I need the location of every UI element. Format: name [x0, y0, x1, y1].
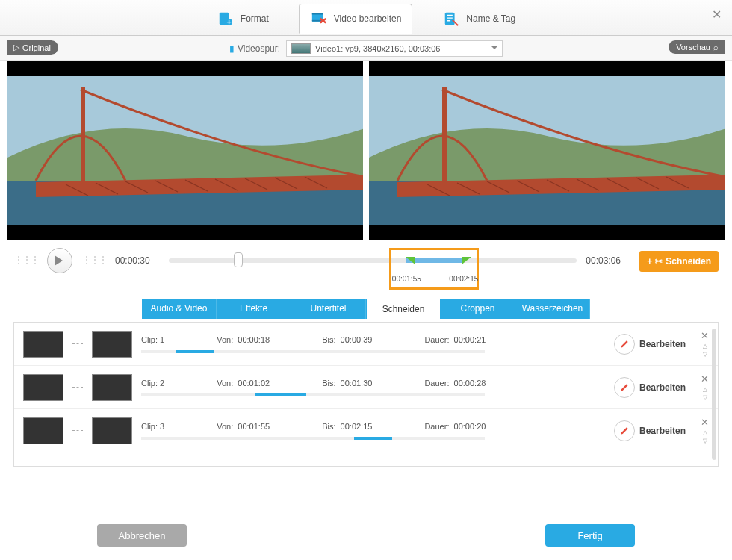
timeline: ⋮⋮⋮ ⋮⋮⋮ 00:00:30 00:01:55 00:02:15 00:03…: [0, 240, 732, 297]
bridge-render: [7, 61, 363, 240]
timeline-track[interactable]: 00:01:55 00:02:15: [169, 258, 577, 263]
cancel-button[interactable]: Abbrechen: [97, 524, 187, 547]
in-marker[interactable]: [406, 257, 415, 266]
original-preview: [7, 61, 363, 240]
dash-icon: [72, 430, 83, 431]
remove-clip-icon[interactable]: ✕: [701, 417, 709, 428]
cut-button[interactable]: + ✂ Schneiden: [639, 251, 719, 272]
format-icon: [217, 10, 235, 27]
search-icon: ⌕: [713, 43, 719, 52]
chevron-down-icon: [491, 46, 497, 52]
svg-point-6: [320, 21, 322, 23]
clip-list: Clip: 1Von: 00:00:18Bis: 00:00:39Dauer: …: [13, 322, 719, 467]
film-icon: ▮: [229, 43, 235, 54]
svg-point-5: [320, 18, 322, 20]
clip-thumb-in: [23, 417, 63, 444]
move-up-icon[interactable]: △: [703, 429, 707, 436]
clip-info: Clip: 2Von: 00:01:02Bis: 00:01:30Dauer: …: [141, 379, 605, 396]
subtab-wasserzeichen[interactable]: Wasserzeichen: [515, 299, 590, 319]
preview-badge[interactable]: Vorschau ⌕: [669, 40, 725, 54]
clip-row-controls: ✕△▽: [701, 373, 709, 401]
selection-highlight: [389, 248, 479, 290]
edited-preview: [369, 61, 725, 240]
track-selector-row: ▷ Original ▮ Videospur: Video1: vp9, 384…: [0, 36, 732, 61]
clip-thumb-out: [92, 417, 132, 444]
grip-right-icon[interactable]: ⋮⋮⋮: [81, 254, 106, 266]
preview-area: [0, 61, 732, 240]
bridge-render: [369, 61, 725, 240]
edit-clip-button[interactable]: Bearbeiten: [614, 334, 686, 355]
subtab-effekte[interactable]: Effekte: [217, 299, 291, 319]
svg-rect-7: [445, 12, 455, 25]
scissors-icon: ✂: [655, 256, 663, 267]
remove-clip-icon[interactable]: ✕: [701, 373, 709, 385]
subtab-schneiden[interactable]: Schneiden: [366, 299, 441, 319]
edit-clip-button[interactable]: Bearbeiten: [614, 377, 686, 398]
clip-thumb-out: [92, 374, 132, 401]
header-tab-tag[interactable]: Name & Tag: [432, 4, 526, 33]
scrollbar[interactable]: [712, 329, 716, 460]
clip-row: Clip: 3Von: 00:01:55Bis: 00:02:15Dauer: …: [14, 409, 718, 452]
subtab-untertitel[interactable]: Untertitel: [291, 299, 366, 319]
edit-clip-button[interactable]: Bearbeiten: [614, 420, 686, 441]
track-label: Videospur:: [238, 43, 280, 54]
clip-bar[interactable]: [141, 393, 485, 396]
clip-bar[interactable]: [141, 437, 485, 440]
pencil-icon: [619, 382, 630, 393]
grip-left-icon[interactable]: ⋮⋮⋮: [13, 254, 38, 266]
clip-row-controls: ✕△▽: [701, 330, 709, 358]
track-thumb: [291, 43, 311, 54]
edit-subtabs: Audio & VideoEffekteUntertitelSchneidenC…: [0, 299, 732, 319]
footer: Abbrechen Fertig: [0, 524, 732, 547]
play-icon: ▷: [13, 43, 19, 52]
clip-bar[interactable]: [141, 350, 485, 353]
done-button[interactable]: Fertig: [545, 524, 635, 547]
playhead[interactable]: [234, 252, 243, 267]
original-badge[interactable]: ▷ Original: [7, 40, 58, 55]
remove-clip-icon[interactable]: ✕: [701, 330, 709, 341]
clip-row: Clip: 1Von: 00:00:18Bis: 00:00:39Dauer: …: [14, 323, 718, 366]
clip-info: Clip: 3Von: 00:01:55Bis: 00:02:15Dauer: …: [141, 422, 605, 440]
dash-icon: [72, 387, 83, 388]
current-time: 00:00:30: [115, 255, 160, 266]
header-tabs-bar: FormatVideo bearbeitenName & Tag ✕: [0, 0, 732, 36]
close-icon[interactable]: ✕: [712, 7, 722, 22]
pencil-icon: [619, 426, 630, 436]
edit-video-icon: [310, 10, 328, 27]
clip-info: Clip: 1Von: 00:00:18Bis: 00:00:39Dauer: …: [141, 335, 605, 353]
tag-icon: [442, 10, 460, 27]
out-marker[interactable]: [462, 257, 471, 266]
subtab-audiovideo[interactable]: Audio & Video: [142, 299, 217, 319]
out-time: 00:02:15: [449, 275, 478, 283]
header-tab-format[interactable]: Format: [206, 4, 279, 33]
play-icon: [55, 255, 68, 266]
move-down-icon[interactable]: ▽: [703, 351, 707, 358]
move-down-icon[interactable]: ▽: [703, 394, 707, 401]
svg-rect-3: [312, 13, 323, 14]
clip-row: Clip: 2Von: 00:01:02Bis: 00:01:30Dauer: …: [14, 366, 718, 409]
clip-thumb-out: [92, 331, 132, 358]
play-button[interactable]: [47, 248, 72, 273]
in-time: 00:01:55: [392, 275, 421, 283]
move-up-icon[interactable]: △: [703, 343, 707, 349]
total-duration: 00:03:06: [586, 255, 630, 266]
move-up-icon[interactable]: △: [703, 386, 707, 393]
clip-thumb-in: [23, 374, 63, 401]
move-down-icon[interactable]: ▽: [703, 438, 707, 444]
subtab-croppen[interactable]: Croppen: [441, 299, 515, 319]
plus-icon: +: [647, 256, 652, 267]
video-track-select[interactable]: Video1: vp9, 3840x2160, 00:03:06: [286, 40, 503, 57]
pencil-icon: [619, 339, 630, 349]
header-tab-edit-video[interactable]: Video bearbeiten: [299, 4, 413, 34]
clip-thumb-in: [23, 331, 63, 358]
clip-row-controls: ✕△▽: [701, 417, 709, 444]
dash-icon: [72, 343, 83, 344]
